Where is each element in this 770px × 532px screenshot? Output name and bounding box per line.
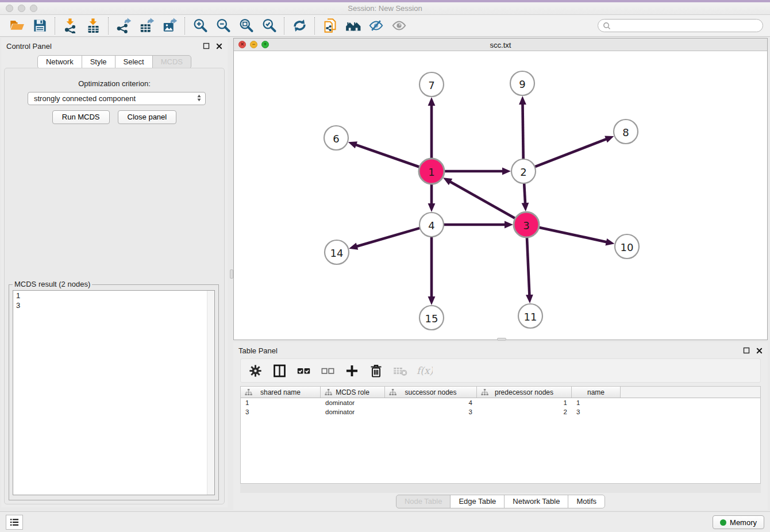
graph-node-14[interactable]: 14: [325, 240, 349, 264]
graph-edge-4-15[interactable]: [428, 237, 436, 305]
close-panel-icon[interactable]: [215, 42, 223, 50]
table-row[interactable]: 3dominator323: [241, 407, 760, 417]
zoom-out-icon: [215, 18, 231, 33]
canvas-splitter-handle[interactable]: [497, 338, 506, 341]
table-row[interactable]: 1dominator411: [241, 398, 760, 407]
toolbar-icon-groups: [7, 17, 409, 35]
toolbar-separator: [314, 17, 315, 34]
table-cell[interactable]: 1: [477, 399, 572, 406]
panel-splitter-handle[interactable]: [230, 269, 233, 279]
column-header-label: shared name: [260, 388, 301, 396]
graph-node-11[interactable]: 11: [518, 304, 542, 328]
save-session-button[interactable]: [30, 17, 49, 35]
show-columns-button[interactable]: [271, 361, 288, 380]
table-cell[interactable]: 1: [241, 399, 321, 406]
column-header-label: predecessor nodes: [495, 388, 553, 396]
refresh-view-button[interactable]: [290, 17, 309, 35]
tab-node-table[interactable]: Node Table: [396, 495, 451, 508]
column-header-successor-nodes[interactable]: successor nodes: [385, 387, 477, 398]
graph-node-3[interactable]: 3: [514, 212, 539, 237]
graph-edge-3-1[interactable]: [443, 178, 515, 218]
mcds-result-list[interactable]: 13: [13, 290, 215, 495]
graph-node-8[interactable]: 8: [614, 119, 638, 144]
close-panel-button[interactable]: Close panel: [118, 110, 177, 124]
zoom-out-button[interactable]: [213, 17, 233, 35]
table-cell[interactable]: 1: [572, 399, 621, 406]
deselect-all-columns-button[interactable]: [319, 361, 336, 380]
home-view-button[interactable]: [343, 17, 363, 35]
graph-node-6[interactable]: 6: [324, 126, 348, 150]
graph-edge-2-3[interactable]: [522, 183, 529, 211]
table-cell[interactable]: 3: [572, 408, 621, 415]
function-builder-button: f(x): [415, 361, 433, 380]
table-cell[interactable]: 2: [477, 408, 572, 415]
float-table-panel-icon[interactable]: [742, 346, 750, 354]
hide-selected-button[interactable]: [366, 17, 386, 35]
import-network-button[interactable]: [60, 17, 80, 35]
graph-node-15[interactable]: 15: [419, 306, 444, 330]
export-table-button[interactable]: [137, 17, 156, 35]
graph-node-1[interactable]: 1: [419, 159, 444, 184]
tab-motifs[interactable]: Motifs: [568, 495, 605, 508]
criterion-dropdown[interactable]: strongly connected component: [28, 92, 206, 105]
network-canvas[interactable]: 7968124314101511: [234, 51, 767, 340]
table-cell[interactable]: dominator: [321, 399, 385, 406]
graph-edge-3-11[interactable]: [526, 237, 533, 303]
table-cell[interactable]: dominator: [321, 408, 385, 415]
graph-node-2[interactable]: 2: [511, 159, 536, 183]
select-all-columns-button[interactable]: [295, 361, 312, 380]
zoom-fit-button[interactable]: [236, 17, 256, 35]
tab-style[interactable]: Style: [82, 55, 116, 69]
show-all-button[interactable]: [389, 17, 409, 35]
open-session-icon: [9, 18, 25, 33]
graph-edge-1-6[interactable]: [348, 141, 419, 167]
tab-network-table[interactable]: Network Table: [504, 495, 568, 508]
delete-column-button[interactable]: [367, 361, 384, 380]
graph-edge-3-10[interactable]: [538, 228, 614, 246]
float-panel-icon[interactable]: [202, 42, 210, 50]
network-graph: 7968124314101511: [234, 51, 767, 340]
clone-network-button[interactable]: [320, 17, 340, 35]
graph-edge-1-4[interactable]: [428, 184, 436, 212]
tab-edge-table[interactable]: Edge Table: [450, 495, 505, 508]
import-table-button[interactable]: [83, 17, 103, 35]
graph-edge-1-2[interactable]: [444, 168, 511, 175]
close-table-panel-icon[interactable]: [755, 346, 763, 354]
graph-node-4[interactable]: 4: [419, 213, 444, 237]
zoom-selected-button[interactable]: [259, 17, 279, 35]
search-input[interactable]: [598, 19, 763, 32]
tab-network[interactable]: Network: [37, 55, 82, 69]
zoom-in-button[interactable]: [190, 17, 210, 35]
export-image-button[interactable]: [160, 17, 179, 35]
tab-select[interactable]: Select: [115, 55, 153, 69]
svg-text:6: 6: [333, 133, 339, 145]
mcds-panel: Optimization criterion: strongly connect…: [4, 68, 225, 504]
column-header-shared-name[interactable]: shared name: [241, 387, 321, 398]
open-session-button[interactable]: [7, 17, 26, 35]
result-scrollbar[interactable]: [207, 291, 214, 495]
graph-edge-2-8[interactable]: [535, 136, 614, 167]
column-header-label: name: [587, 388, 605, 396]
memory-button[interactable]: Memory: [713, 515, 764, 529]
new-column-button[interactable]: [343, 361, 360, 380]
table-mode-button[interactable]: [247, 361, 264, 380]
table-body: 1dominator4113dominator323: [241, 398, 760, 417]
graph-edge-4-3[interactable]: [444, 221, 513, 229]
graph-node-9[interactable]: 9: [510, 71, 534, 95]
graph-node-7[interactable]: 7: [419, 72, 444, 97]
graph-node-10[interactable]: 10: [615, 234, 639, 259]
table-cell[interactable]: 3: [385, 408, 477, 415]
refresh-view-icon: [292, 18, 307, 33]
column-header-mcds-role[interactable]: MCDS role: [321, 387, 385, 398]
run-mcds-button[interactable]: Run MCDS: [52, 110, 110, 124]
graph-edge-4-14[interactable]: [349, 228, 420, 250]
column-header-name[interactable]: name: [572, 387, 621, 398]
graph-edge-1-7[interactable]: [428, 97, 436, 159]
tab-mcds[interactable]: MCDS: [152, 55, 191, 69]
table-cell[interactable]: 4: [385, 399, 477, 406]
graph-edge-2-9[interactable]: [519, 96, 526, 159]
table-cell[interactable]: 3: [241, 408, 321, 415]
task-history-button[interactable]: [6, 515, 23, 530]
column-header-predecessor-nodes[interactable]: predecessor nodes: [477, 387, 572, 398]
export-network-button[interactable]: [114, 17, 133, 35]
